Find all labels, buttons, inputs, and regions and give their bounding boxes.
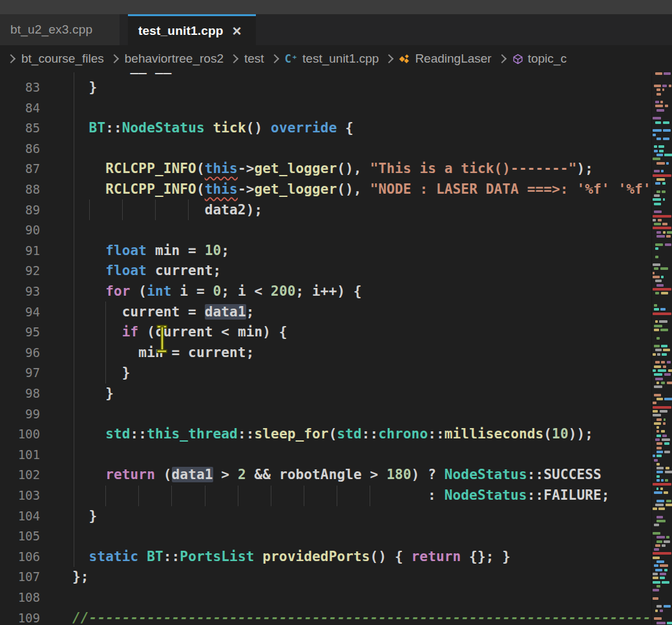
line-number-88[interactable]: 88 (0, 179, 40, 200)
minimap-line (655, 504, 664, 506)
breadcrumb-item-test[interactable]: test (244, 52, 264, 66)
line-number-85[interactable]: 85 (0, 118, 40, 139)
minimap-line (664, 569, 667, 571)
code-line-87[interactable]: RCLCPP_INFO(this->get_logger(), "This is… (72, 159, 593, 179)
breadcrumb-item-behaviortree_ros2[interactable]: behaviortree_ros2 (125, 52, 224, 66)
code-line-104[interactable]: } (72, 506, 97, 527)
minimap-line (653, 312, 671, 315)
minimap-line (667, 622, 672, 624)
minimap-line (653, 134, 656, 136)
code-line-95[interactable]: if (current < min) { (72, 322, 288, 343)
minimap-line (653, 573, 658, 575)
line-number-94[interactable]: 94 (0, 302, 40, 323)
line-number-102[interactable]: 102 (0, 465, 40, 486)
tab-close-icon[interactable]: × (233, 25, 242, 37)
code-line-96[interactable]: min = current; (72, 343, 254, 364)
code-line-97[interactable]: } (72, 363, 131, 384)
line-number-84[interactable]: 84 (0, 98, 40, 119)
line-number-87[interactable]: 87 (0, 159, 40, 179)
code-line-109[interactable]: //--------------------------------------… (72, 608, 650, 625)
line-number-107[interactable]: 107 (0, 567, 40, 588)
code-line-107[interactable]: }; (72, 567, 89, 588)
line-number-89[interactable]: 89 (0, 200, 40, 221)
code-token: && robotAngle > (246, 467, 386, 482)
minimap-line (654, 564, 658, 567)
minimap-line (667, 361, 671, 364)
minimap-line (656, 442, 662, 445)
code-line-100[interactable]: std::this_thread::sleep_for(std::chrono:… (72, 424, 593, 445)
line-number-108[interactable]: 108 (0, 588, 40, 608)
code-token (72, 161, 105, 176)
line-number-83[interactable]: 83 (0, 77, 40, 98)
code-line-85[interactable]: BT::NodeStatus tick() override { (72, 118, 353, 139)
code-area[interactable]: __ __83 }8485 BT::NodeStatus tick() over… (0, 72, 650, 625)
minimap-line (660, 577, 665, 579)
code-line-88[interactable]: RCLCPP_INFO(this->get_logger(), "NODE : … (72, 179, 650, 200)
chevron-right-icon (270, 54, 279, 63)
code-token: 10 (205, 243, 222, 258)
breadcrumb-item-topic_c[interactable]: topic_c (512, 52, 567, 66)
line-number-93[interactable]: 93 (0, 282, 40, 302)
minimap-line (656, 451, 663, 453)
code-token: :: (362, 426, 379, 442)
line-number-104[interactable]: 104 (0, 506, 40, 527)
minimap-line (663, 231, 666, 234)
code-token: 180 (386, 467, 411, 482)
line-number-105[interactable]: 105 (0, 526, 40, 547)
minimap-line (655, 182, 660, 185)
tab-test-unit1-cpp[interactable]: test_unit1.cpp × (128, 14, 256, 45)
code-line-98[interactable]: } (72, 384, 114, 404)
line-number-103[interactable]: 103 (0, 486, 40, 506)
code-line-106[interactable]: static BT::PortsList providedPorts() { r… (72, 547, 510, 568)
code-line-92[interactable]: float current; (72, 261, 221, 282)
chevron-right-icon (110, 54, 119, 63)
minimap-line (654, 150, 658, 152)
code-line-83[interactable]: } (72, 77, 97, 98)
breadcrumb-item-ReadingLaser[interactable]: ReadingLaser (399, 52, 491, 66)
line-number-99[interactable]: 99 (0, 404, 40, 425)
code-token: "NODE : LASER DATA ===>: '%f' '%f' " (370, 181, 650, 197)
code-line-103[interactable]: : NodeStatus::FAILURE; (72, 486, 610, 506)
code-line-102[interactable]: return (data1 > 2 && robotAngle > 180) ?… (72, 465, 602, 486)
line-number-97[interactable]: 97 (0, 363, 40, 384)
minimap-line (654, 617, 662, 620)
line-number-90[interactable]: 90 (0, 220, 40, 241)
line-number-96[interactable]: 96 (0, 343, 40, 364)
minimap-line (654, 170, 660, 172)
code-token: std (105, 426, 130, 442)
code-token: RCLCPP_INFO (105, 181, 196, 197)
line-number-106[interactable]: 106 (0, 547, 40, 568)
tab-bt-u2-ex3-cpp[interactable]: bt_u2_ex3.cpp (0, 14, 120, 45)
code-line-93[interactable]: for (int i = 0; i < 200; i++) { (72, 282, 362, 302)
minimap-line (656, 88, 660, 91)
line-number-91[interactable]: 91 (0, 241, 40, 261)
minimap-line (666, 162, 669, 165)
minimap-line (666, 504, 672, 506)
code-editor[interactable]: __ __83 }8485 BT::NodeStatus tick() over… (0, 72, 672, 625)
minimap-line (655, 121, 661, 124)
code-token: ( (196, 161, 205, 176)
minimap-line (655, 349, 662, 351)
symbol-method-icon (512, 54, 523, 65)
breadcrumb-item-test_unit1.cpp[interactable]: C⁺test_unit1.cpp (285, 52, 379, 66)
line-number-98[interactable]: 98 (0, 384, 40, 404)
line-number-86[interactable]: 86 (0, 139, 40, 159)
minimap-line (655, 378, 663, 380)
line-number-101[interactable]: 101 (0, 445, 40, 466)
minimap-line (656, 93, 661, 96)
line-number-100[interactable]: 100 (0, 424, 40, 445)
code-line-82[interactable]: __ __ (72, 72, 172, 77)
code-token: 10 (552, 426, 569, 442)
code-line-94[interactable]: current = data1; (72, 302, 254, 323)
code-line-89[interactable]: data2); (72, 200, 262, 221)
code-token: ; (221, 243, 229, 258)
line-number-92[interactable]: 92 (0, 261, 40, 282)
breadcrumb-item-bt_course_files[interactable]: bt_course_files (21, 52, 104, 66)
breadcrumb-label: behaviortree_ros2 (125, 52, 224, 66)
minimap[interactable] (651, 72, 672, 625)
line-number-109[interactable]: 109 (0, 608, 40, 625)
code-line-91[interactable]: float min = 10; (72, 241, 229, 261)
line-number-95[interactable]: 95 (0, 322, 40, 343)
code-token: )); (569, 426, 593, 442)
minimap-line (656, 467, 664, 469)
